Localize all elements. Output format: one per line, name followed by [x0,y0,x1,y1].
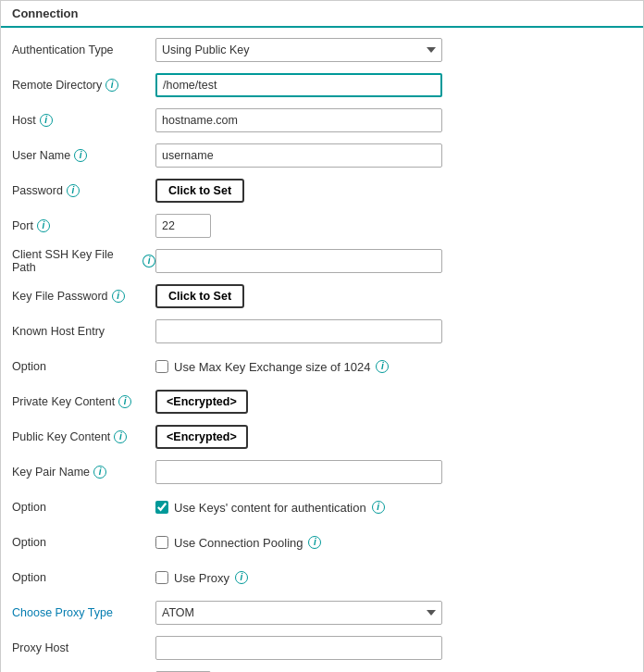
option-use-proxy-row: Option Use Proxy i [12,565,632,591]
public-key-encrypted-button[interactable]: <Encrypted> [155,425,248,449]
key-pair-name-info-icon[interactable]: i [93,466,106,479]
public-key-info-icon[interactable]: i [114,430,127,443]
client-ssh-key-info-icon[interactable]: i [142,255,155,268]
password-row: Password i Click to Set [12,178,632,204]
option-keys-auth-info-icon[interactable]: i [372,501,385,514]
private-key-control: <Encrypted> [155,390,632,414]
option-keys-auth-checkbox[interactable] [155,501,168,514]
option-keys-auth-row: Option Use Keys' content for authenticat… [12,494,632,520]
proxy-host-row: Proxy Host [12,635,632,661]
option-keys-auth-control: Use Keys' content for authentication i [155,501,632,515]
key-file-password-label: Key File Password i [12,290,155,303]
option-keys-auth-checkbox-label: Use Keys' content for authentication [174,501,366,515]
option-conn-pooling-control: Use Connection Pooling i [155,536,632,550]
private-key-info-icon[interactable]: i [118,395,131,408]
remote-dir-input[interactable] [155,73,442,97]
private-key-label: Private Key Content i [12,395,155,408]
remote-dir-control [155,73,632,97]
remote-dir-info-icon[interactable]: i [105,79,118,92]
auth-type-label: Authentication Type [12,44,155,56]
option-conn-pooling-label: Option [12,536,155,549]
key-pair-name-label: Key Pair Name i [12,466,155,479]
key-file-password-row: Key File Password i Click to Set [12,283,632,309]
key-file-password-click-to-set-button[interactable]: Click to Set [155,284,244,308]
option-use-proxy-info-icon[interactable]: i [235,571,248,584]
option-max-key-control: Use Max Key Exchange size of 1024 i [155,360,632,374]
option-conn-pooling-checkbox[interactable] [155,536,168,549]
panel-title: Connection [1,1,643,28]
known-host-row: Known Host Entry [12,318,632,344]
auth-type-row: Authentication Type Using Public Key Pas… [12,37,632,63]
username-label: User Name i [12,149,155,162]
remote-dir-label: Remote Directory i [12,79,155,92]
option-keys-auth-checkbox-row: Use Keys' content for authentication i [155,501,385,515]
private-key-row: Private Key Content i <Encrypted> [12,389,632,415]
host-input[interactable] [155,108,442,132]
connection-panel: Connection Authentication Type Using Pub… [0,0,644,672]
proxy-type-row: Choose Proxy Type ATOM HTTP SOCKS4 SOCKS… [12,600,632,626]
auth-type-control: Using Public Key Password None [155,38,632,62]
option-max-key-checkbox-label: Use Max Key Exchange size of 1024 [174,360,370,374]
username-row: User Name i [12,143,632,168]
option-conn-pooling-checkbox-row: Use Connection Pooling i [155,536,321,550]
key-file-password-control: Click to Set [155,284,632,308]
public-key-control: <Encrypted> [155,425,632,449]
panel-body: Authentication Type Using Public Key Pas… [1,28,643,672]
password-click-to-set-button[interactable]: Click to Set [155,179,244,203]
option-max-key-info-icon[interactable]: i [376,360,389,373]
key-file-password-info-icon[interactable]: i [112,290,125,303]
client-ssh-key-label: Client SSH Key File Path i [12,248,155,274]
port-input[interactable] [155,214,211,238]
option-max-key-row: Option Use Max Key Exchange size of 1024… [12,354,632,380]
host-label: Host i [12,114,155,127]
host-row: Host i [12,107,632,133]
auth-type-select[interactable]: Using Public Key Password None [155,38,442,62]
password-info-icon[interactable]: i [67,184,80,197]
option-use-proxy-checkbox[interactable] [155,571,168,584]
known-host-label: Known Host Entry [12,325,155,338]
password-control: Click to Set [155,179,632,203]
proxy-host-label: Proxy Host [12,641,155,654]
username-input[interactable] [155,143,442,168]
option-max-key-checkbox[interactable] [155,360,168,373]
known-host-input[interactable] [155,319,442,343]
private-key-encrypted-button[interactable]: <Encrypted> [155,390,248,414]
port-label: Port i [12,219,155,232]
option-conn-pooling-row: Option Use Connection Pooling i [12,529,632,555]
option-conn-pooling-checkbox-label: Use Connection Pooling [174,536,303,550]
remote-dir-row: Remote Directory i [12,72,632,98]
public-key-row: Public Key Content i <Encrypted> [12,424,632,450]
host-info-icon[interactable]: i [40,114,53,127]
username-control [155,143,632,168]
key-pair-name-input[interactable] [155,460,442,484]
option-conn-pooling-info-icon[interactable]: i [308,536,321,549]
proxy-type-label: Choose Proxy Type [12,606,155,619]
key-pair-name-control [155,460,632,484]
option-keys-auth-label: Option [12,501,155,514]
option-use-proxy-label: Option [12,571,155,584]
option-use-proxy-checkbox-row: Use Proxy i [155,571,248,585]
client-ssh-key-input[interactable] [155,249,442,273]
proxy-type-control: ATOM HTTP SOCKS4 SOCKS5 [155,601,632,625]
password-label: Password i [12,184,155,197]
port-info-icon[interactable]: i [37,219,50,232]
client-ssh-key-row: Client SSH Key File Path i [12,248,632,274]
public-key-label: Public Key Content i [12,430,155,443]
port-row: Port i [12,213,632,239]
host-control [155,108,632,132]
client-ssh-key-control [155,249,632,273]
proxy-host-control [155,636,632,660]
option-max-key-label: Option [12,360,155,373]
option-use-proxy-control: Use Proxy i [155,571,632,585]
known-host-control [155,319,632,343]
option-max-key-checkbox-row: Use Max Key Exchange size of 1024 i [155,360,389,374]
proxy-host-input[interactable] [155,636,442,660]
proxy-type-select[interactable]: ATOM HTTP SOCKS4 SOCKS5 [155,601,442,625]
key-pair-name-row: Key Pair Name i [12,459,632,485]
option-use-proxy-checkbox-label: Use Proxy [174,571,229,585]
username-info-icon[interactable]: i [74,149,87,162]
port-control [155,214,632,238]
